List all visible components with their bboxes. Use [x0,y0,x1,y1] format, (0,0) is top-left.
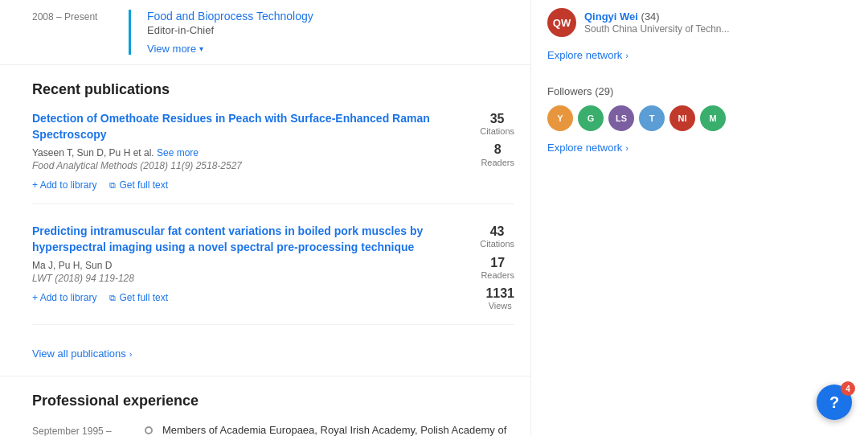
editorial-journal[interactable]: Food and Bioprocess Technology [147,10,514,23]
follower-avatar-1[interactable]: Y [547,105,573,131]
add-to-library-label-2: + Add to library [32,292,96,303]
experience-dot-icon [145,426,153,434]
editorial-section: 2008 – Present Food and Bioprocess Techn… [0,0,530,65]
readers-label-1: Readers [481,158,514,168]
publication-stats-2: 43 Citations 17 Readers 1131 Views [458,224,514,311]
chevron-down-icon: ▾ [199,44,203,53]
user-count: (34) [641,10,660,23]
see-more-link-1[interactable]: See more [157,147,199,158]
user-info: Qingyi Wei (34) South China University o… [584,10,739,35]
explore-network-link[interactable]: Explore network › [547,49,628,61]
external-link-icon-1: ⧉ [109,180,116,191]
citations-count-2: 43 [480,224,514,239]
view-more-label: View more [147,43,196,55]
get-full-text-link-2[interactable]: ⧉ Get full text [109,292,168,303]
publication-authors-2: Ma J, Pu H, Sun D [32,260,458,271]
follower-avatar-6[interactable]: M [700,105,726,131]
avatar-initials: QW [553,17,571,29]
readers-stat-1: 8 Readers [481,142,514,167]
view-all-label: View all publications [32,348,126,360]
get-full-text-link-1[interactable]: ⧉ Get full text [109,179,168,191]
view-all-publications-link[interactable]: View all publications › [32,348,133,360]
add-to-library-label-1: + Add to library [32,179,96,191]
publication-journal-1: Food Analytical Methods (2018) 11(9) 251… [32,160,458,171]
experience-content: Members of Academia Europaea, Royal Iris… [162,422,514,436]
user-name[interactable]: Qingyi Wei (34) [584,10,739,23]
experience-org: Members of Academia Europaea, Royal Iris… [162,422,514,436]
publication-item: Detection of Omethoate Residues in Peach… [32,111,514,204]
publication-details-1: Detection of Omethoate Residues in Peach… [32,111,458,191]
explore-network-link-2[interactable]: Explore network › [547,142,628,154]
editorial-content: Food and Bioprocess Technology Editor-in… [129,10,514,55]
explore-network-label-2: Explore network [547,142,622,154]
chevron-right-icon-explore2: › [625,143,628,153]
help-badge: 4 [841,381,855,396]
publication-title-2[interactable]: Predicting intramuscular fat content var… [32,224,458,255]
add-to-library-link-1[interactable]: + Add to library [32,179,96,191]
editorial-date: 2008 – Present [32,10,129,55]
experience-body: Members of Academia Europaea, Royal Iris… [145,422,514,436]
followers-avatars: Y G LS T NI M [547,105,739,131]
add-to-library-link-2[interactable]: + Add to library [32,292,96,303]
avatar: QW [547,8,576,37]
publication-item-2: Predicting intramuscular fat content var… [32,224,514,325]
follower-avatar-3[interactable]: LS [608,105,634,131]
experience-title: Professional experience [32,393,514,409]
chevron-right-icon: › [129,349,133,359]
help-icon: ? [829,393,839,412]
publication-actions-2: + Add to library ⧉ Get full text [32,292,458,303]
editorial-role: Editor-in-Chief [147,24,514,36]
readers-stat-2: 17 Readers [481,255,514,281]
sidebar: QW Qingyi Wei (34) South China Universit… [530,0,755,436]
followers-title: Followers (29) [547,85,739,97]
follower-avatar-5[interactable]: NI [669,105,695,131]
user-name-text: Qingyi Wei [584,10,638,23]
readers-count-2: 17 [481,255,514,270]
network-user: QW Qingyi Wei (34) South China Universit… [547,8,739,37]
authors-text-2: Ma J, Pu H, Sun D [32,260,112,271]
citations-label-1: Citations [480,126,514,137]
chevron-right-icon-explore: › [625,51,628,60]
views-count-2: 1131 [485,286,514,301]
publication-authors-1: Yaseen T, Sun D, Pu H et al. See more [32,147,458,158]
explore-network-label: Explore network [547,49,622,61]
follower-avatar-2[interactable]: G [578,105,604,131]
publication-journal-2: LWT (2018) 94 119-128 [32,273,458,284]
citations-stat-1: 35 Citations [480,111,514,137]
publication-stats-1: 35 Citations 8 Readers [458,111,514,191]
follower-avatar-4[interactable]: T [639,105,665,131]
experience-section: Professional experience September 1995 –… [0,376,530,436]
citations-label-2: Citations [480,239,514,249]
followers-section: Followers (29) Y G LS T NI M Explore net… [547,85,739,170]
views-stat-2: 1131 Views [485,286,514,311]
views-label-2: Views [485,301,514,311]
experience-entry: September 1995 – Present Members of Acad… [32,422,514,436]
readers-label-2: Readers [481,270,514,281]
citations-stat-2: 43 Citations [480,224,514,249]
get-full-text-label-2: Get full text [119,292,168,303]
external-link-icon-2: ⧉ [109,293,116,303]
help-button[interactable]: 4 ? [817,385,852,420]
user-institution: South China University of Techn... [584,23,739,35]
publications-title: Recent publications [32,81,514,98]
readers-count-1: 8 [481,142,514,157]
authors-text-1: Yaseen T, Sun D, Pu H et al. [32,147,154,158]
publication-actions-1: + Add to library ⧉ Get full text [32,179,458,191]
publication-title-1[interactable]: Detection of Omethoate Residues in Peach… [32,111,458,142]
publication-details-2: Predicting intramuscular fat content var… [32,224,458,311]
get-full-text-label-1: Get full text [119,179,168,191]
experience-date: September 1995 – Present [32,422,129,436]
view-more-link[interactable]: View more ▾ [147,43,203,55]
citations-count-1: 35 [480,111,514,126]
publications-section: Recent publications Detection of Omethoa… [0,65,530,376]
